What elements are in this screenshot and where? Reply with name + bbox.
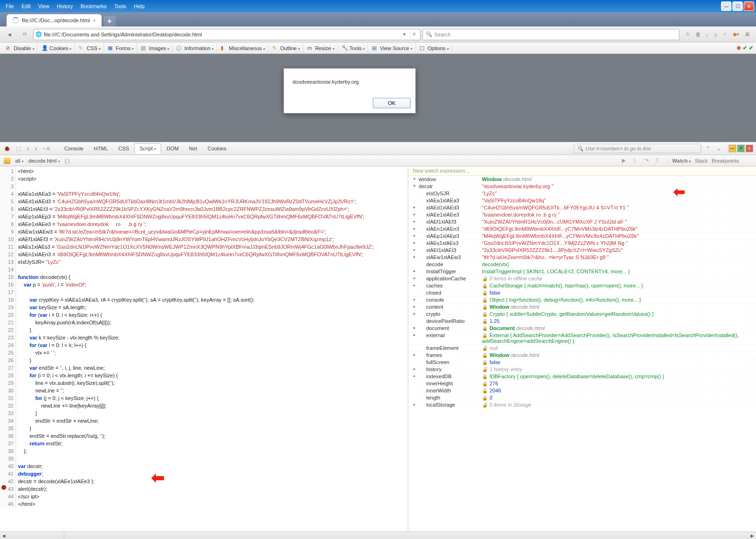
send-icon[interactable]: ✈ — [723, 31, 727, 37]
menu-history[interactable]: History — [53, 2, 77, 10]
firebug-search-input[interactable]: 🔍 Use #<number> to go to line — [574, 144, 701, 153]
back-button[interactable]: ◄ — [3, 28, 16, 41]
hamburger-menu-icon[interactable]: ≡ — [745, 30, 749, 39]
menu-file[interactable]: File — [2, 2, 18, 10]
watch-tab[interactable]: Watch — [672, 158, 691, 164]
cookies-menu[interactable]: 👤Cookies — [39, 43, 75, 53]
tab-cookies[interactable]: Cookies — [202, 143, 232, 154]
tools-menu[interactable]: 🔧Tools — [339, 43, 369, 53]
search-input[interactable]: 🔍 Search — [422, 29, 679, 40]
watch-row[interactable]: ▸xlAEs1xlAEs3"Gso2dnLN1lPvvWZNmYdc1O1X..… — [408, 240, 756, 247]
check2-icon[interactable]: ✔ — [749, 45, 753, 51]
watch-row[interactable]: length🔒0 — [408, 394, 756, 401]
watch-row[interactable]: ▸applicationCache🔒0 items in offline cac… — [408, 275, 756, 282]
tab-close-icon[interactable]: × — [93, 17, 95, 23]
resize-menu[interactable]: ▭Resize — [304, 43, 338, 53]
watch-row[interactable]: devicePixelRatio🔒1.25 — [408, 318, 756, 325]
watch-row[interactable]: innerWidth🔒2048 — [408, 387, 756, 394]
firebug-icon[interactable]: 🐞 — [3, 144, 11, 153]
watch-row[interactable]: decodedecode(vtx) — [408, 261, 756, 268]
breakpoints-tab[interactable]: Breakpoints — [712, 158, 739, 164]
check-icon[interactable]: ✔ — [743, 45, 747, 51]
scroll-left-icon[interactable]: ◄ — [0, 532, 8, 539]
watch-row[interactable]: innerHeight🔒276 — [408, 380, 756, 387]
watch-row[interactable]: ▸document🔒Document decode.html — [408, 325, 756, 332]
outline-menu[interactable]: ✎Outline — [269, 43, 303, 53]
menu-edit[interactable]: Edit — [18, 2, 34, 10]
watch-row[interactable]: ▸history🔒1 history entry — [408, 366, 756, 373]
indent-icon[interactable]: →≡ — [41, 144, 50, 153]
search-next-button[interactable]: ⌄ — [715, 146, 723, 152]
firebug-minimize-button[interactable]: — — [729, 145, 736, 152]
forms-menu[interactable]: ▦Forms — [105, 43, 137, 53]
new-tab-button[interactable]: + — [103, 16, 116, 26]
scroll-right-icon[interactable]: ► — [748, 532, 756, 539]
stack-tab[interactable]: Stack — [695, 158, 708, 164]
options-menu[interactable]: ▢Options — [417, 43, 452, 53]
menu-bookmarks[interactable]: Bookmarks — [77, 2, 111, 10]
inspect-icon[interactable]: ⬚ — [14, 144, 23, 153]
continue-button[interactable]: ▶ — [622, 157, 629, 164]
miscellaneous-menu[interactable]: ▮Miscellaneous — [218, 43, 268, 53]
url-input[interactable]: 🌐 file:///C:/Documents and Settings/Admi… — [33, 29, 421, 40]
script-type-dropdown[interactable]: all — [15, 158, 24, 164]
menu-tools[interactable]: Tools — [111, 2, 130, 10]
reload-button[interactable]: ⟳ — [18, 28, 31, 41]
watch-row[interactable]: ▸xlAEf1xlAEf3"XuinZWZAI/YhtmR1HcVc0j9n..… — [408, 218, 756, 226]
search-prev-button[interactable]: ⌃ — [704, 146, 712, 152]
watch-row[interactable]: ▸crypto🔒Crypto { subtle=SubtleCrypto, ge… — [408, 311, 756, 318]
watch-row[interactable]: ▾decstr"doodveeantoviar.kyderby.org " — [408, 183, 756, 190]
script-file-dropdown[interactable]: decode.html — [28, 158, 60, 164]
watch-row[interactable]: ▸localStorage🔒0 items in Storage — [408, 401, 756, 409]
watch-row[interactable]: xlAEa1xlAEa3"VaSlTPFyYzcoB4nQw18q" — [408, 197, 756, 204]
viewsource-menu[interactable]: ▤View Source — [369, 43, 416, 53]
stop-button[interactable]: ✕ — [410, 31, 418, 37]
watch-row[interactable]: ▸xlAEd1xlAEd3"C4uHZGbh5ya/nWQFGR5dUITk..… — [408, 204, 756, 211]
watch-row[interactable]: ▾windowWindow decode.html — [408, 176, 756, 183]
script-forward-button[interactable]: › — [34, 145, 39, 152]
source-code-pane[interactable]: 1234567891011121314151617181920212223242… — [0, 166, 408, 531]
maximize-button[interactable]: ☐ — [732, 1, 743, 11]
new-watch-input[interactable]: New watch expression... — [408, 166, 756, 176]
watch-row[interactable]: ▸indexedDB🔒IDBFactory { open=open(), del… — [408, 373, 756, 380]
alert-ok-button[interactable]: OK — [373, 98, 411, 108]
css-menu[interactable]: ✎CSS — [76, 43, 104, 53]
minimize-button[interactable]: — — [721, 1, 731, 11]
close-button[interactable]: ✕ — [744, 1, 754, 11]
images-menu[interactable]: ▧Images — [138, 43, 172, 53]
watch-row[interactable]: ▸external🔒External { AddSearchProvider=A… — [408, 332, 756, 345]
url-dropdown-icon[interactable]: ▾ — [401, 31, 408, 37]
firebug-popout-button[interactable]: ↗ — [737, 145, 745, 152]
extension-icon[interactable]: ◆▾ — [733, 31, 739, 37]
watch-row[interactable]: ▸frames🔒Window decode.html — [408, 352, 756, 359]
firebug-close-button[interactable]: × — [746, 145, 753, 152]
browser-tab[interactable]: file:///C:/Doc...op/decode.html × — [7, 14, 102, 26]
tab-script[interactable]: Script — [134, 143, 161, 154]
menu-help[interactable]: Help — [130, 2, 148, 10]
step-into-button[interactable]: ⤵ — [633, 157, 641, 164]
watch-row[interactable]: ▸console🔒Object { log=function(), debug=… — [408, 296, 756, 304]
break-indicator-icon[interactable] — [4, 157, 10, 164]
watch-row[interactable]: ▸InstallTriggerInstallTriggerImpl { SKIN… — [408, 268, 756, 275]
information-menu[interactable]: ⓘInformation — [173, 43, 217, 53]
home-icon[interactable]: ⌂ — [714, 32, 717, 37]
tab-net[interactable]: Net — [184, 143, 202, 154]
tab-html[interactable]: HTML — [89, 143, 113, 154]
script-back-button[interactable]: ‹ — [26, 145, 31, 152]
menu-view[interactable]: View — [34, 2, 53, 10]
watch-row[interactable]: ▸content🔒Window decode.html — [408, 304, 756, 311]
watch-row[interactable]: eIsfJySJR"LyZc" — [408, 190, 756, 197]
tab-css[interactable]: CSS — [113, 143, 135, 154]
disable-menu[interactable]: ⊘Disable — [3, 43, 38, 53]
watch-row[interactable]: ▸xlAEw1xlAEw3"ltlr?d.iaUeZea=m5tk7r&ho..… — [408, 254, 756, 261]
tab-dom[interactable]: DOM — [161, 143, 184, 154]
watch-row[interactable]: frameElement🔒null — [408, 345, 756, 352]
watch-row[interactable]: fullScreen🔒false — [408, 359, 756, 366]
watch-row[interactable]: ▸xlAEp1xlAEp3"M4tqWgEFgL9mM8WbmbX4XhIF..… — [408, 233, 756, 240]
tab-console[interactable]: Console — [59, 143, 88, 154]
watch-row[interactable]: ▸xlAEn1xlAEn3"d69OIQEFgL9mM8WbmbX4XhIF..… — [408, 226, 756, 233]
bookmark-star-icon[interactable]: ☆ — [685, 31, 690, 37]
downloads-icon[interactable]: ↓ — [706, 32, 709, 37]
watch-row[interactable]: ▸xlAEe1xlAEe3"tvaanevdoei.doreydok ro .b… — [408, 211, 756, 218]
library-icon[interactable]: ▥ — [696, 31, 700, 37]
